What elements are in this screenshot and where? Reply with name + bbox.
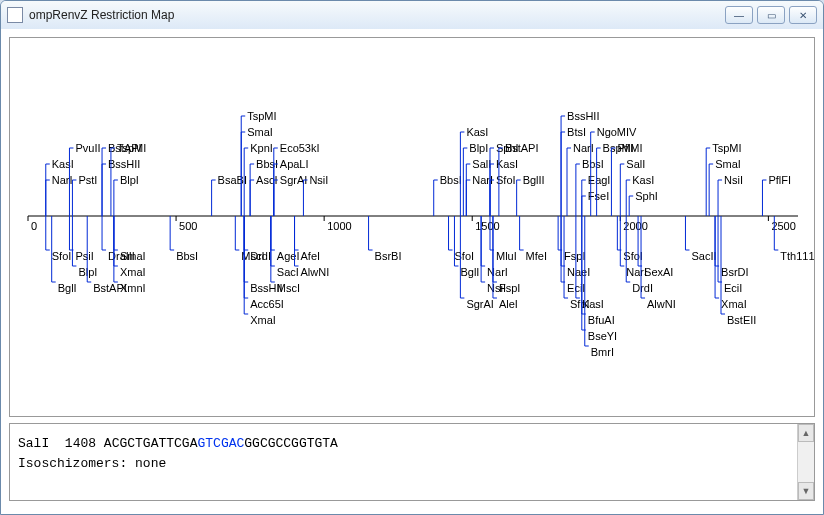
svg-text:BstAPI: BstAPI bbox=[505, 142, 539, 154]
titlebar[interactable]: ompRenvZ Restriction Map — ▭ ✕ bbox=[1, 1, 823, 30]
svg-text:1000: 1000 bbox=[327, 220, 351, 232]
svg-text:AfeI: AfeI bbox=[301, 250, 321, 262]
svg-text:Acc65I: Acc65I bbox=[250, 298, 284, 310]
svg-text:FspI: FspI bbox=[499, 282, 520, 294]
svg-text:1500: 1500 bbox=[475, 220, 499, 232]
scroll-down-icon[interactable]: ▼ bbox=[798, 482, 814, 500]
svg-text:2000: 2000 bbox=[623, 220, 647, 232]
svg-text:NgoMIV: NgoMIV bbox=[597, 126, 637, 138]
svg-text:XmaI: XmaI bbox=[250, 314, 276, 326]
svg-text:SfoI: SfoI bbox=[455, 250, 475, 262]
iso-value: none bbox=[135, 456, 166, 471]
svg-text:NaeI: NaeI bbox=[567, 266, 590, 278]
scroll-track[interactable] bbox=[798, 442, 814, 482]
svg-text:NsiI: NsiI bbox=[724, 174, 743, 186]
svg-text:BglI: BglI bbox=[58, 282, 77, 294]
seq-post: GGCGCCGGTGTA bbox=[244, 436, 338, 451]
svg-text:PflFI: PflFI bbox=[768, 174, 791, 186]
restriction-map-panel[interactable]: 05001000150020002500KasINarIPvuIIPstIBst… bbox=[9, 37, 815, 417]
svg-text:BsaBI: BsaBI bbox=[218, 174, 247, 186]
window-title: ompRenvZ Restriction Map bbox=[29, 8, 721, 22]
svg-text:AlwNI: AlwNI bbox=[647, 298, 676, 310]
iso-label: Isoschizomers: bbox=[18, 456, 135, 471]
info-panel: SalI 1408 ACGCTGATTCGAGTCGACGGCGCCGGTGTA… bbox=[9, 423, 815, 501]
svg-text:AgeI: AgeI bbox=[277, 250, 300, 262]
sel-enzyme: SalI bbox=[18, 436, 49, 451]
svg-text:KasI: KasI bbox=[466, 126, 488, 138]
info-text: SalI 1408 ACGCTGATTCGAGTCGACGGCGCCGGTGTA… bbox=[10, 424, 797, 500]
svg-text:BglI: BglI bbox=[460, 266, 479, 278]
svg-text:MscI: MscI bbox=[277, 282, 300, 294]
restriction-map[interactable]: 05001000150020002500KasINarIPvuIIPstIBst… bbox=[10, 38, 814, 416]
svg-text:DrdI: DrdI bbox=[632, 282, 653, 294]
svg-text:PvuII: PvuII bbox=[75, 142, 100, 154]
svg-text:EagI: EagI bbox=[588, 174, 611, 186]
svg-text:BglII: BglII bbox=[523, 174, 545, 186]
svg-text:DrdI: DrdI bbox=[250, 250, 271, 262]
svg-text:TspMI: TspMI bbox=[117, 142, 146, 154]
svg-text:BlpI: BlpI bbox=[120, 174, 139, 186]
svg-text:SgrAI: SgrAI bbox=[466, 298, 494, 310]
svg-text:SphI: SphI bbox=[635, 190, 658, 202]
svg-text:BmrI: BmrI bbox=[591, 346, 614, 358]
svg-text:SexAI: SexAI bbox=[644, 266, 673, 278]
svg-text:0: 0 bbox=[31, 220, 37, 232]
svg-text:AleI: AleI bbox=[499, 298, 518, 310]
seq-pre: ACGCTGATTCGA bbox=[104, 436, 198, 451]
svg-text:Tth111I: Tth111I bbox=[780, 250, 814, 262]
svg-text:SacI: SacI bbox=[277, 266, 299, 278]
svg-text:NarI: NarI bbox=[487, 266, 508, 278]
info-scrollbar[interactable]: ▲ ▼ bbox=[797, 424, 814, 500]
seq-site: GTCGAC bbox=[197, 436, 244, 451]
svg-text:MfeI: MfeI bbox=[526, 250, 547, 262]
svg-text:KasI: KasI bbox=[52, 158, 74, 170]
svg-text:XmaI: XmaI bbox=[120, 266, 146, 278]
svg-text:AlwNI: AlwNI bbox=[301, 266, 330, 278]
sel-position: 1408 bbox=[65, 436, 96, 451]
svg-text:2500: 2500 bbox=[771, 220, 795, 232]
svg-text:TspMI: TspMI bbox=[247, 110, 276, 122]
svg-text:BsrBI: BsrBI bbox=[375, 250, 402, 262]
svg-text:SmaI: SmaI bbox=[120, 250, 146, 262]
svg-text:SacII: SacII bbox=[691, 250, 716, 262]
window: ompRenvZ Restriction Map — ▭ ✕ 050010001… bbox=[0, 0, 824, 515]
content-area: 05001000150020002500KasINarIPvuIIPstIBst… bbox=[1, 29, 823, 514]
svg-text:XmnI: XmnI bbox=[120, 282, 146, 294]
svg-text:BbsI: BbsI bbox=[176, 250, 198, 262]
svg-text:BstEII: BstEII bbox=[727, 314, 756, 326]
svg-text:KasI: KasI bbox=[632, 174, 654, 186]
svg-text:BtsI: BtsI bbox=[567, 126, 586, 138]
svg-text:BfuAI: BfuAI bbox=[588, 314, 615, 326]
svg-text:BlpI: BlpI bbox=[78, 266, 97, 278]
svg-text:PstI: PstI bbox=[78, 174, 97, 186]
svg-text:EciI: EciI bbox=[724, 282, 742, 294]
svg-text:FspI: FspI bbox=[564, 250, 585, 262]
svg-text:Eco53kI: Eco53kI bbox=[280, 142, 320, 154]
svg-text:500: 500 bbox=[179, 220, 197, 232]
svg-text:SmaI: SmaI bbox=[715, 158, 741, 170]
svg-text:NsiI: NsiI bbox=[309, 174, 328, 186]
app-icon bbox=[7, 7, 23, 23]
svg-text:BbsI: BbsI bbox=[582, 158, 604, 170]
svg-text:ApaLI: ApaLI bbox=[280, 158, 309, 170]
scroll-up-icon[interactable]: ▲ bbox=[798, 424, 814, 442]
svg-text:TspMI: TspMI bbox=[712, 142, 741, 154]
svg-text:BbsI: BbsI bbox=[440, 174, 462, 186]
svg-text:PsiI: PsiI bbox=[75, 250, 93, 262]
minimize-button[interactable]: — bbox=[725, 6, 753, 24]
svg-text:BssHII: BssHII bbox=[108, 158, 140, 170]
svg-text:KpnI: KpnI bbox=[250, 142, 273, 154]
svg-text:XmaI: XmaI bbox=[721, 298, 747, 310]
svg-text:BseYI: BseYI bbox=[588, 330, 617, 342]
svg-text:BlpI: BlpI bbox=[469, 142, 488, 154]
svg-text:PflMI: PflMI bbox=[617, 142, 642, 154]
svg-text:SalI: SalI bbox=[626, 158, 645, 170]
svg-text:SmaI: SmaI bbox=[247, 126, 273, 138]
svg-text:BssHII: BssHII bbox=[567, 110, 599, 122]
svg-text:SfoI: SfoI bbox=[52, 250, 72, 262]
svg-text:MluI: MluI bbox=[496, 250, 517, 262]
maximize-button[interactable]: ▭ bbox=[757, 6, 785, 24]
svg-text:SalI: SalI bbox=[472, 158, 491, 170]
svg-text:BsrDI: BsrDI bbox=[721, 266, 749, 278]
close-button[interactable]: ✕ bbox=[789, 6, 817, 24]
